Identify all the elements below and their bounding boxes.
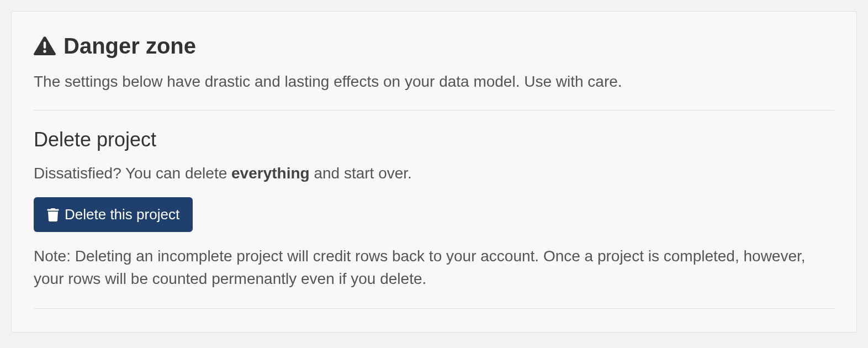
danger-zone-heading: Danger zone — [34, 34, 834, 59]
delete-desc-bold: everything — [231, 165, 310, 182]
delete-project-description: Dissatisfied? You can delete everything … — [34, 162, 834, 184]
delete-desc-suffix: and start over. — [310, 165, 412, 182]
delete-project-note: Note: Deleting an incomplete project wil… — [34, 245, 834, 290]
divider — [34, 110, 834, 110]
warning-icon — [34, 35, 56, 57]
delete-desc-prefix: Dissatisfied? You can delete — [34, 165, 231, 182]
danger-zone-title: Danger zone — [63, 34, 196, 59]
delete-project-button[interactable]: Delete this project — [34, 197, 193, 232]
trash-icon — [47, 208, 59, 222]
delete-project-button-label: Delete this project — [65, 206, 179, 223]
divider-bottom — [34, 308, 834, 309]
danger-zone-panel: Danger zone The settings below have dras… — [11, 11, 857, 333]
danger-zone-subtitle: The settings below have drastic and last… — [34, 71, 834, 92]
delete-project-heading: Delete project — [34, 128, 834, 151]
